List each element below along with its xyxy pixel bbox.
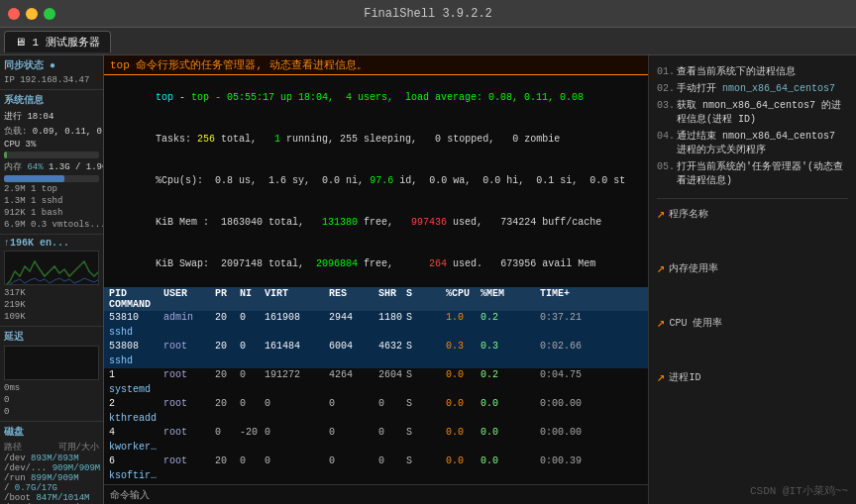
tab-icon: 🖥 [15,37,33,49]
table-cell: 0.0 [445,368,480,383]
latency-graph-svg [5,347,98,379]
disk-item-5: /boot 847M/1014M [4,493,99,503]
latency-val-2: 0 [4,394,99,406]
table-cell: -20 [239,426,264,441]
table-cell: 0 [264,397,328,412]
disk-col-path: 路径 [4,441,22,454]
table-cell: 0 [328,454,377,469]
active-tab[interactable]: 🖥 1 测试服务器 [4,31,111,52]
ann-arrows: ↗ 程序名称 ↗ 内存使用率 ↗ CPU 使用率 ↗ 进程ID [649,203,856,401]
table-cell: 0 [239,340,264,354]
window-controls[interactable] [8,8,55,20]
table-row[interactable]: 53810admin20016190829441180S1.00.20:37.2… [104,311,648,340]
ip-address: IP 192.168.34.47 [4,74,99,86]
ann-item-5: 05. 打开当前系统的'任务管理器'(动态查看进程信息) [657,160,848,188]
maximize-button[interactable] [44,8,55,20]
annotations-panel: 01. 查看当前系统下的进程信息 02. 手动打开 nmon_x86_64_ce… [648,55,856,504]
table-cell: kworker/0:0H [108,441,162,455]
col-mem: %MEM [480,288,539,299]
table-cell: 0.0 [480,426,539,441]
table-row[interactable]: 1root20019127242642604S0.00.20:04.75syst… [104,368,648,397]
info-text: top 命令行形式的任务管理器, 动态查看进程信息。 [110,59,368,71]
proc-table: PID USER PR NI VIRT RES SHR S %CPU %MEM … [104,287,648,484]
table-cell: S [405,311,445,326]
mem-proc-3: 912K 1 bash [4,207,99,219]
net-rate-2: 219K [4,299,99,311]
table-cell: 53810 [108,311,162,326]
net-rate-3: 109K [4,311,99,323]
table-cell: S [405,426,445,441]
sync-title: 同步状态 ● [4,58,99,72]
table-cell: 0.3 [445,340,480,354]
col-shr: SHR [377,288,405,299]
table-row[interactable]: 4root0-20000S0.00.00:00.00kworker/0:0H [104,426,648,454]
top-line-4: KiB Mem : 1863040 total, 131380 free, 99… [108,202,644,244]
load-label: 负载: 0.09, 0.11, 0.09 [4,124,99,139]
table-cell: 20 [214,340,239,354]
table-row[interactable]: 2root200000S0.00.00:00.00kthreadd [104,397,648,426]
ann-list: 01. 查看当前系统下的进程信息 02. 手动打开 nmon_x86_64_ce… [649,59,856,194]
col-pid: PID [108,288,162,299]
mem-proc-2: 1.3M 1 sshd [4,195,99,207]
info-bar: top 命令行形式的任务管理器, 动态查看进程信息。 [104,55,648,75]
table-cell: sshd [108,326,162,341]
table-cell: 0.0 [445,426,480,441]
disk-section: 磁盘 路径 可用/大小 /dev 893M/893M /dev/... 909M… [0,422,103,504]
net-rate-1: 317K [4,287,99,299]
table-cell: 0 [239,368,264,383]
col-pr: PR [214,288,239,299]
table-row[interactable]: 53808root20016148460044632S0.30.30:02.66… [104,340,648,368]
ann-item-2: 02. 手动打开 nmon_x86_64_centos7 [657,82,848,96]
table-cell: 20 [214,368,239,383]
table-cell: 0 [264,426,328,441]
table-cell: root [162,397,214,412]
table-cell: 2 [108,397,162,412]
mem-label: 内存 64% 1.3G / 1.9G [4,159,99,174]
table-cell: 0 [239,397,264,412]
table-cell: 0.0 [445,397,480,412]
table-cell: root [162,454,214,469]
table-cell: 0.0 [480,397,539,412]
table-cell: kthreadd [108,412,162,427]
table-cell: 0.3 [480,340,539,354]
col-cmd: COMMAND [108,299,162,310]
table-cell: admin [162,311,214,326]
col-cpu: %CPU [445,288,480,299]
table-cell: 0 [214,426,239,441]
table-cell: 1180 [377,311,405,326]
disk-item-1: /dev 893M/893M [4,454,99,463]
col-user: USER [162,288,214,299]
table-cell: 0.0 [445,454,480,469]
minimize-button[interactable] [26,8,38,20]
table-cell: 1 [108,368,162,383]
proc-rows: 53810admin20016190829441180S1.00.20:37.2… [104,311,648,484]
table-cell: 0:00.00 [539,426,644,441]
table-cell: root [162,368,214,383]
table-cell: S [405,368,445,383]
table-cell: 53808 [108,340,162,354]
col-s: S [405,288,445,299]
time-label: 进行 18:04 [4,109,99,124]
table-cell: 0 [264,454,328,469]
table-cell: 1.0 [445,311,480,326]
table-cell: 0 [377,454,405,469]
sys-title: 系统信息 [4,93,99,107]
top-header: top - top - 05:55:17 up 18:04, 4 users, … [104,75,648,287]
table-cell: systemd [108,383,162,398]
ann-divider [657,198,848,199]
col-time: TIME+ [539,288,644,299]
table-cell: 0:37.21 [539,311,644,326]
table-cell: 2944 [328,311,377,326]
table-cell: 4 [108,426,162,441]
cmd-input-bar: 命令输入 [104,484,648,504]
latency-title: 延迟 [4,330,99,344]
table-row[interactable]: 6root200000S0.00.00:00.39ksoftirqd/0 [104,454,648,483]
table-cell: 0:00.39 [539,454,644,469]
ann-item-3: 03. 获取 nmon_x86_64_centos7 的进程信息(进程 ID) [657,99,848,127]
latency-section: 延迟 0ms 0 0 [0,327,103,422]
table-cell: S [405,397,445,412]
close-button[interactable] [8,8,20,20]
table-cell: 161908 [264,311,328,326]
disk-item-4: / 0.7G/17G [4,483,99,493]
ann-arrow-cpu: ↗ CPU 使用率 [649,312,856,333]
